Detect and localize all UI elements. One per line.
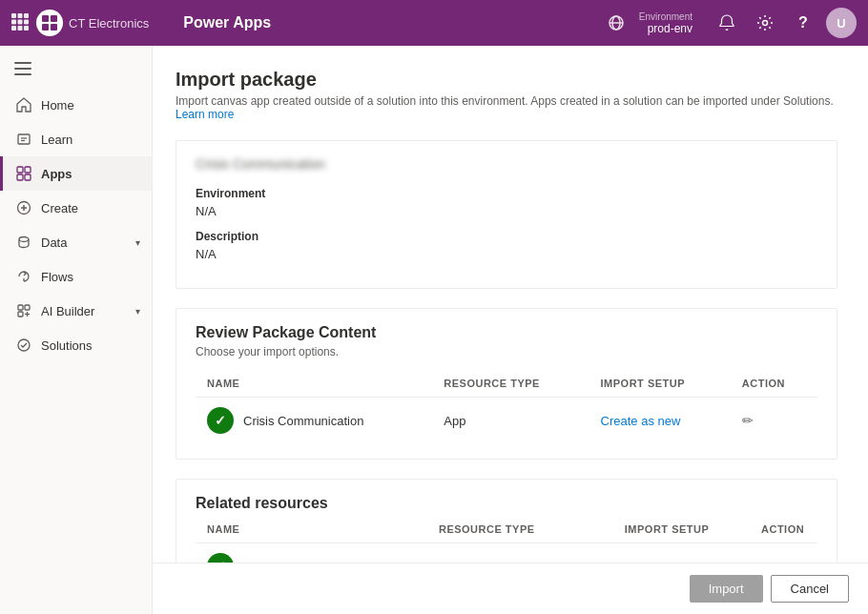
related-resources-card: Related resources NAME RESOURCE TYPE IMP… bbox=[176, 479, 837, 563]
sidebar-item-apps[interactable]: Apps bbox=[0, 156, 152, 191]
svg-rect-26 bbox=[25, 174, 31, 180]
logo-circle bbox=[36, 10, 63, 36]
notification-icon[interactable] bbox=[712, 8, 742, 38]
review-card-body: Review Package Content Choose your impor… bbox=[176, 309, 837, 459]
related-col-import-setup: IMPORT SETUP bbox=[613, 516, 750, 543]
main-layout: Home Learn Apps bbox=[0, 46, 868, 614]
review-section-subtitle: Choose your import options. bbox=[196, 345, 817, 358]
svg-rect-11 bbox=[42, 24, 49, 31]
svg-rect-8 bbox=[24, 26, 29, 31]
apps-icon bbox=[14, 164, 33, 183]
svg-rect-12 bbox=[51, 24, 57, 31]
svg-point-37 bbox=[18, 339, 30, 351]
sidebar-item-data[interactable]: Data ▾ bbox=[0, 225, 152, 259]
sidebar-item-home-label: Home bbox=[41, 98, 140, 113]
package-info-card: Crisis Communication Environment N/A Des… bbox=[176, 140, 837, 289]
resource-type-cell: App bbox=[432, 398, 589, 444]
env-label: Environment bbox=[639, 11, 692, 22]
svg-rect-0 bbox=[11, 13, 16, 18]
import-button[interactable]: Import bbox=[690, 575, 763, 603]
app-name-blurred: Crisis Communication bbox=[196, 156, 817, 172]
content-area: Import package Import canvas app created… bbox=[153, 46, 868, 614]
col-action: ACTION bbox=[731, 370, 817, 398]
sidebar-item-ai-label: AI Builder bbox=[41, 304, 135, 318]
avatar[interactable]: U bbox=[826, 8, 857, 38]
svg-rect-20 bbox=[18, 134, 30, 144]
related-resource-type-0: Flow bbox=[427, 543, 613, 563]
page-title: Import package bbox=[176, 69, 837, 91]
environment-info: Environment prod-env bbox=[639, 11, 692, 35]
help-icon[interactable]: ? bbox=[788, 8, 818, 38]
svg-rect-5 bbox=[24, 19, 29, 24]
svg-rect-33 bbox=[25, 305, 30, 310]
create-icon bbox=[14, 198, 33, 217]
svg-rect-25 bbox=[17, 174, 23, 180]
grid-icon[interactable] bbox=[11, 13, 29, 33]
svg-rect-24 bbox=[25, 167, 31, 173]
sidebar-item-learn[interactable]: Learn bbox=[0, 122, 152, 156]
environment-label: Environment bbox=[196, 187, 817, 200]
svg-rect-23 bbox=[17, 167, 23, 173]
subtitle-text: Import canvas app created outside of a s… bbox=[176, 94, 834, 108]
cancel-button[interactable]: Cancel bbox=[771, 575, 849, 603]
topbar: CT Electronics Power Apps Environment pr… bbox=[0, 0, 868, 46]
edit-icon[interactable]: ✏ bbox=[742, 413, 754, 428]
org-name: CT Electronics bbox=[69, 16, 149, 31]
data-icon bbox=[14, 233, 33, 252]
svg-rect-1 bbox=[18, 13, 23, 18]
ai-builder-icon bbox=[14, 301, 33, 320]
review-table: NAME RESOURCE TYPE IMPORT SETUP ACTION ✓ bbox=[196, 370, 817, 443]
flows-icon bbox=[14, 267, 33, 286]
settings-icon[interactable] bbox=[750, 8, 780, 38]
ai-chevron-icon: ▾ bbox=[135, 306, 140, 317]
svg-rect-3 bbox=[11, 19, 16, 24]
name-cell: ✓ Crisis Communication bbox=[207, 407, 421, 434]
sidebar-item-home[interactable]: Home bbox=[0, 88, 152, 122]
svg-rect-7 bbox=[18, 26, 23, 31]
svg-rect-17 bbox=[14, 62, 31, 64]
col-resource-type: RESOURCE TYPE bbox=[432, 370, 589, 398]
svg-rect-9 bbox=[42, 15, 49, 22]
svg-rect-2 bbox=[24, 13, 29, 18]
solutions-icon bbox=[14, 336, 33, 355]
related-col-resource-type: RESOURCE TYPE bbox=[427, 516, 613, 543]
sidebar-item-learn-label: Learn bbox=[41, 133, 140, 147]
learn-more-link[interactable]: Learn more bbox=[176, 108, 234, 121]
environment-icon[interactable] bbox=[601, 8, 631, 38]
review-card: Review Package Content Choose your impor… bbox=[176, 308, 837, 460]
svg-rect-32 bbox=[18, 305, 23, 310]
related-col-action: ACTION bbox=[750, 516, 817, 543]
table-row: ✓ CrisisCommunication.Request Flow Creat… bbox=[196, 543, 817, 563]
review-section-title: Review Package Content bbox=[196, 324, 817, 341]
topbar-right: Environment prod-env ? U bbox=[601, 8, 857, 38]
status-success-icon: ✓ bbox=[207, 407, 234, 434]
sidebar-item-flows-label: Flows bbox=[41, 270, 140, 284]
content-inner: Import package Import canvas app created… bbox=[153, 46, 868, 563]
svg-rect-19 bbox=[14, 73, 31, 75]
col-name: NAME bbox=[196, 370, 432, 398]
app-title: Power Apps bbox=[183, 14, 601, 31]
description-value: N/A bbox=[196, 247, 817, 261]
sidebar-item-solutions-label: Solutions bbox=[41, 338, 140, 353]
home-icon bbox=[14, 95, 33, 114]
environment-value: N/A bbox=[196, 204, 817, 218]
table-row: ✓ Crisis Communication App Create as new… bbox=[196, 398, 817, 444]
sidebar-item-ai-builder[interactable]: AI Builder ▾ bbox=[0, 294, 152, 328]
sidebar-item-solutions[interactable]: Solutions bbox=[0, 328, 152, 362]
related-table: NAME RESOURCE TYPE IMPORT SETUP ACTION ✓ bbox=[196, 516, 817, 563]
sidebar-item-flows[interactable]: Flows bbox=[0, 259, 152, 294]
related-card-body: Related resources NAME RESOURCE TYPE IMP… bbox=[176, 480, 837, 563]
status-success-icon: ✓ bbox=[207, 553, 234, 563]
related-col-name: NAME bbox=[196, 516, 427, 543]
sidebar-item-apps-label: Apps bbox=[41, 167, 140, 181]
sidebar-item-create[interactable]: Create bbox=[0, 191, 152, 225]
related-section-title: Related resources bbox=[196, 495, 817, 512]
svg-point-30 bbox=[19, 237, 29, 242]
svg-rect-34 bbox=[18, 312, 23, 317]
learn-icon bbox=[14, 130, 33, 149]
env-name: prod-env bbox=[648, 22, 692, 35]
import-setup-link[interactable]: Create as new bbox=[601, 414, 681, 428]
sidebar-item-data-label: Data bbox=[41, 235, 135, 250]
col-import-setup: IMPORT SETUP bbox=[589, 370, 731, 398]
hamburger-icon[interactable] bbox=[8, 53, 38, 84]
